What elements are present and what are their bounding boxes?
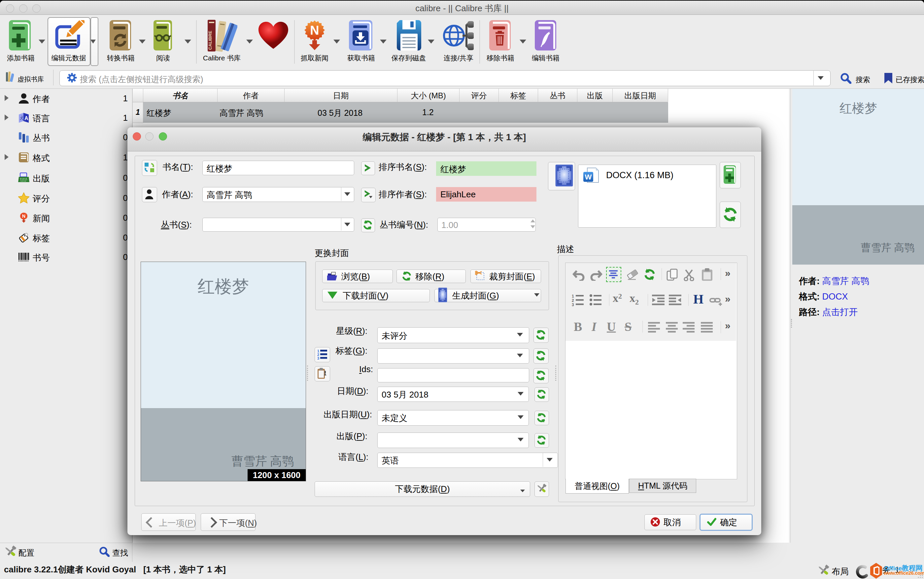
svg-text:3: 3 [572,303,574,306]
svg-text:N: N [310,23,319,37]
svg-text:2: 2 [572,298,574,303]
svg-text:え: え [20,115,25,120]
svg-text:3: 3 [317,356,319,360]
svg-text:1: 1 [572,294,574,299]
svg-text:A: A [25,116,28,121]
svg-text:W: W [585,173,592,181]
svg-text:CALIBRE: CALIBRE [208,31,213,50]
svg-text:N: N [22,213,25,219]
